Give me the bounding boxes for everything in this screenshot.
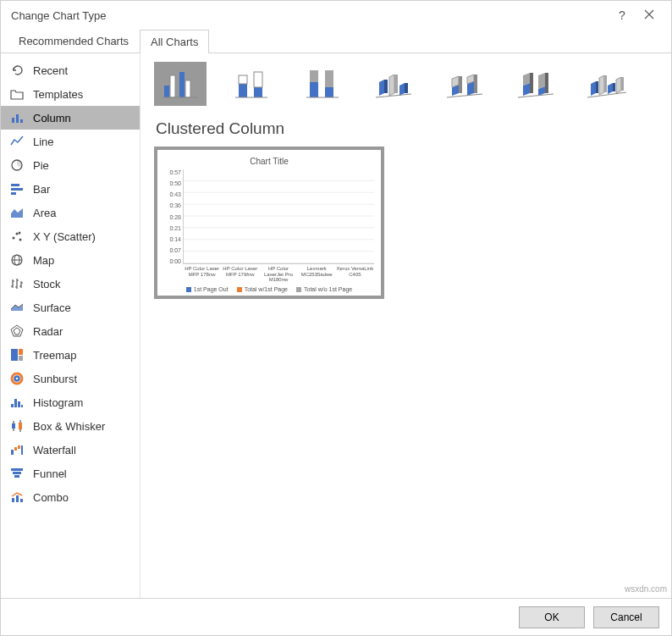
sidebar-item-area[interactable]: Area (1, 201, 140, 224)
cancel-button[interactable]: Cancel (593, 606, 659, 628)
sidebar-item-radar[interactable]: Radar (1, 319, 140, 343)
chart-title: Chart Title (164, 157, 374, 166)
sidebar-item-label: Bar (33, 183, 50, 196)
undo-icon (9, 63, 25, 78)
svg-point-17 (15, 377, 19, 381)
subtype-3d-clustered-column[interactable] (367, 62, 420, 106)
svg-rect-44 (310, 82, 318, 97)
ok-button[interactable]: OK (519, 606, 585, 628)
svg-rect-35 (170, 75, 175, 97)
sidebar-item-line[interactable]: Line (1, 130, 140, 153)
stock-chart-icon (9, 276, 25, 291)
subtype-3d-stacked-column[interactable] (438, 62, 491, 106)
column-chart-icon (9, 110, 25, 125)
svg-rect-41 (254, 87, 262, 97)
svg-point-7 (13, 237, 15, 240)
sidebar-item-pie[interactable]: Pie (1, 153, 140, 177)
subtype-100-stacked-column[interactable] (296, 62, 349, 106)
sidebar-item-label: Templates (33, 88, 83, 101)
plot (183, 169, 374, 264)
x-label: Xerox VersaLink C405 (336, 264, 374, 283)
close-button[interactable] (636, 9, 663, 22)
sidebar-item-recent[interactable]: Recent (1, 58, 140, 82)
sidebar-item-stock[interactable]: Stock (1, 272, 140, 296)
y-tick: 0:43 (164, 191, 181, 197)
sidebar-item-map[interactable]: Map (1, 248, 140, 272)
tab-recommended-charts[interactable]: Recommended Charts (8, 29, 140, 53)
sidebar-item-funnel[interactable]: Funnel (1, 462, 140, 485)
svg-rect-25 (14, 447, 17, 451)
sidebar-item-combo[interactable]: Combo (1, 485, 140, 509)
chart-preview[interactable]: Chart Title 0:570:500:430:360:280:210:14… (154, 147, 384, 299)
svg-rect-42 (254, 72, 262, 87)
help-button[interactable]: ? (609, 8, 636, 22)
svg-rect-19 (14, 399, 17, 407)
svg-rect-39 (239, 84, 247, 97)
y-tick: 0:14 (164, 236, 181, 242)
tab-all-charts[interactable]: All Charts (140, 30, 209, 53)
sidebar-item-waterfall[interactable]: Waterfall (1, 438, 140, 462)
x-label: HP Color LaserJet Pro M180nw (259, 264, 297, 283)
watermark: wsxdn.com (625, 584, 667, 594)
svg-rect-46 (325, 87, 333, 97)
svg-rect-34 (164, 86, 169, 97)
legend-label: Total w/o 1st Page (304, 286, 352, 292)
svg-rect-13 (11, 349, 18, 361)
sidebar-item-label: Area (33, 207, 56, 219)
svg-rect-27 (21, 445, 23, 455)
titlebar: Change Chart Type ? (1, 1, 671, 30)
sidebar-item-label: Pie (33, 159, 49, 172)
legend-swatch (237, 287, 242, 292)
sidebar-item-xy[interactable]: X Y (Scatter) (1, 224, 140, 248)
sidebar-item-templates[interactable]: Templates (1, 82, 140, 106)
svg-rect-28 (11, 468, 23, 471)
boxwhisker-icon (9, 418, 25, 434)
tab-bar: Recommended Charts All Charts (1, 30, 671, 53)
globe-icon (9, 252, 25, 268)
legend-label: 1st Page Out (194, 286, 229, 292)
change-chart-type-dialog: Change Chart Type ? Recommended Charts A… (0, 0, 672, 636)
sidebar-item-label: Histogram (33, 396, 83, 409)
sidebar-item-label: Surface (33, 301, 71, 314)
subtype-clustered-column[interactable] (154, 62, 207, 106)
svg-point-9 (19, 239, 22, 241)
sidebar-item-bar[interactable]: Bar (1, 177, 140, 201)
sidebar-item-surface[interactable]: Surface (1, 296, 140, 319)
histogram-icon (9, 395, 25, 410)
sidebar-item-treemap[interactable]: Treemap (1, 343, 140, 367)
svg-rect-37 (185, 80, 190, 97)
bar-chart-icon (9, 181, 25, 196)
sidebar-item-label: Radar (33, 325, 63, 338)
svg-rect-23 (19, 423, 22, 429)
sidebar-item-label: Stock (33, 278, 61, 290)
legend-label: Total w/1st Page (245, 286, 288, 292)
svg-point-10 (19, 232, 21, 235)
sidebar-item-label: Combo (33, 491, 69, 504)
chart-plot-area: 0:570:500:430:360:280:210:140:070:00 (164, 169, 374, 264)
svg-rect-1 (16, 114, 19, 123)
sidebar-item-label: Treemap (33, 349, 77, 362)
subtype-title: Clustered Column (156, 119, 658, 138)
subtype-3d-column[interactable] (581, 62, 633, 106)
svg-rect-4 (11, 184, 19, 186)
sidebar-item-boxwhisker[interactable]: Box & Whisker (1, 414, 140, 438)
svg-rect-30 (14, 475, 19, 478)
funnel-icon (9, 466, 25, 481)
subtype-stacked-column[interactable] (225, 62, 278, 106)
sidebar-item-sunburst[interactable]: Sunburst (1, 367, 140, 390)
sunburst-icon (9, 371, 25, 386)
window-title: Change Chart Type (11, 9, 609, 22)
sidebar-item-histogram[interactable]: Histogram (1, 390, 140, 414)
dialog-footer: OK Cancel (1, 598, 671, 635)
y-tick: 0:07 (164, 247, 181, 253)
sidebar-item-column[interactable]: Column (1, 106, 140, 130)
legend-swatch (296, 287, 301, 292)
subtype-3d-100-stacked-column[interactable] (510, 62, 562, 106)
legend-item: Total w/o 1st Page (296, 286, 352, 292)
svg-point-8 (16, 233, 19, 235)
x-label: Lexmark MC2535adwe (298, 264, 336, 283)
svg-rect-45 (310, 70, 318, 82)
sidebar-item-label: Map (33, 254, 54, 267)
svg-point-16 (12, 373, 22, 384)
area-chart-icon (9, 205, 25, 220)
